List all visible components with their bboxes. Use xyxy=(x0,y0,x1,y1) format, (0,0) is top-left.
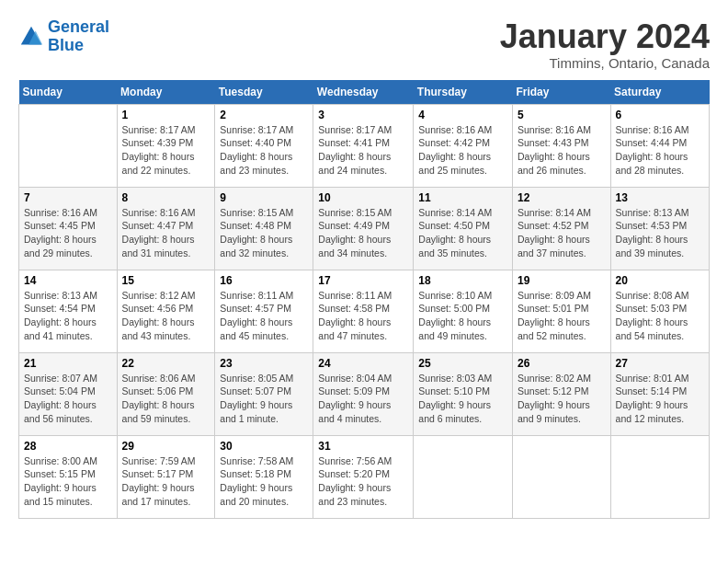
day-info: Sunrise: 8:14 AM Sunset: 4:52 PM Dayligh… xyxy=(518,206,606,260)
day-info: Sunrise: 8:04 AM Sunset: 5:09 PM Dayligh… xyxy=(318,372,408,426)
weekday-header-tuesday: Tuesday xyxy=(215,80,313,105)
title-area: January 2024 Timmins, Ontario, Canada xyxy=(500,18,710,71)
calendar-cell: 21Sunrise: 8:07 AM Sunset: 5:04 PM Dayli… xyxy=(19,352,118,435)
day-number: 21 xyxy=(24,357,112,370)
day-number: 30 xyxy=(220,440,308,453)
day-number: 11 xyxy=(418,191,507,204)
calendar-cell: 16Sunrise: 8:11 AM Sunset: 4:57 PM Dayli… xyxy=(215,270,313,352)
day-info: Sunrise: 8:08 AM Sunset: 5:03 PM Dayligh… xyxy=(616,289,704,343)
calendar-cell: 13Sunrise: 8:13 AM Sunset: 4:53 PM Dayli… xyxy=(610,187,709,270)
day-info: Sunrise: 8:11 AM Sunset: 4:58 PM Dayligh… xyxy=(318,289,408,343)
calendar-title: January 2024 xyxy=(500,18,710,55)
weekday-header-sunday: Sunday xyxy=(19,80,118,105)
calendar-cell: 11Sunrise: 8:14 AM Sunset: 4:50 PM Dayli… xyxy=(414,187,513,270)
day-number: 23 xyxy=(220,357,308,370)
day-number: 28 xyxy=(24,440,112,453)
day-info: Sunrise: 7:58 AM Sunset: 5:18 PM Dayligh… xyxy=(220,454,308,509)
calendar-cell: 8Sunrise: 8:16 AM Sunset: 4:47 PM Daylig… xyxy=(117,187,215,270)
calendar-week-5: 28Sunrise: 8:00 AM Sunset: 5:15 PM Dayli… xyxy=(19,435,710,518)
day-info: Sunrise: 8:14 AM Sunset: 4:50 PM Dayligh… xyxy=(418,206,507,260)
day-info: Sunrise: 8:01 AM Sunset: 5:14 PM Dayligh… xyxy=(616,372,704,426)
weekday-header-friday: Friday xyxy=(512,80,610,105)
day-number: 7 xyxy=(24,191,112,204)
logo: General Blue xyxy=(18,18,109,55)
calendar-cell xyxy=(414,435,513,518)
logo-icon xyxy=(18,24,44,50)
calendar-week-2: 7Sunrise: 8:16 AM Sunset: 4:45 PM Daylig… xyxy=(19,187,710,270)
day-number: 18 xyxy=(418,274,507,287)
calendar-cell: 9Sunrise: 8:15 AM Sunset: 4:48 PM Daylig… xyxy=(215,187,313,270)
logo-text: General Blue xyxy=(48,18,109,55)
day-info: Sunrise: 8:16 AM Sunset: 4:43 PM Dayligh… xyxy=(518,123,606,178)
day-number: 10 xyxy=(318,191,408,204)
day-number: 24 xyxy=(318,357,408,370)
day-number: 3 xyxy=(318,109,408,121)
day-info: Sunrise: 8:17 AM Sunset: 4:41 PM Dayligh… xyxy=(318,123,408,178)
calendar-cell: 29Sunrise: 7:59 AM Sunset: 5:17 PM Dayli… xyxy=(117,435,215,518)
day-info: Sunrise: 8:02 AM Sunset: 5:12 PM Dayligh… xyxy=(518,372,606,426)
day-number: 4 xyxy=(418,109,507,121)
day-number: 15 xyxy=(122,274,210,287)
day-number: 16 xyxy=(220,274,308,287)
day-info: Sunrise: 8:15 AM Sunset: 4:49 PM Dayligh… xyxy=(318,206,408,260)
day-number: 27 xyxy=(616,357,704,370)
calendar-cell: 17Sunrise: 8:11 AM Sunset: 4:58 PM Dayli… xyxy=(313,270,414,352)
day-number: 2 xyxy=(220,109,308,121)
weekday-header-saturday: Saturday xyxy=(610,80,709,105)
calendar-cell xyxy=(512,435,610,518)
day-info: Sunrise: 8:13 AM Sunset: 4:54 PM Dayligh… xyxy=(24,289,112,343)
calendar-cell xyxy=(19,104,118,187)
weekday-header-thursday: Thursday xyxy=(414,80,513,105)
calendar-cell: 27Sunrise: 8:01 AM Sunset: 5:14 PM Dayli… xyxy=(610,352,709,435)
day-info: Sunrise: 8:13 AM Sunset: 4:53 PM Dayligh… xyxy=(616,206,704,260)
day-number: 9 xyxy=(220,191,308,204)
day-info: Sunrise: 8:16 AM Sunset: 4:42 PM Dayligh… xyxy=(418,123,507,178)
calendar-cell: 6Sunrise: 8:16 AM Sunset: 4:44 PM Daylig… xyxy=(610,104,709,187)
day-info: Sunrise: 8:16 AM Sunset: 4:47 PM Dayligh… xyxy=(122,206,210,260)
calendar-cell: 3Sunrise: 8:17 AM Sunset: 4:41 PM Daylig… xyxy=(313,104,414,187)
calendar-week-4: 21Sunrise: 8:07 AM Sunset: 5:04 PM Dayli… xyxy=(19,352,710,435)
calendar-cell: 28Sunrise: 8:00 AM Sunset: 5:15 PM Dayli… xyxy=(19,435,118,518)
calendar-cell: 2Sunrise: 8:17 AM Sunset: 4:40 PM Daylig… xyxy=(215,104,313,187)
calendar-table: SundayMondayTuesdayWednesdayThursdayFrid… xyxy=(18,80,710,519)
calendar-cell: 1Sunrise: 8:17 AM Sunset: 4:39 PM Daylig… xyxy=(117,104,215,187)
calendar-cell: 7Sunrise: 8:16 AM Sunset: 4:45 PM Daylig… xyxy=(19,187,118,270)
calendar-cell xyxy=(610,435,709,518)
calendar-cell: 15Sunrise: 8:12 AM Sunset: 4:56 PM Dayli… xyxy=(117,270,215,352)
day-info: Sunrise: 8:10 AM Sunset: 5:00 PM Dayligh… xyxy=(418,289,507,343)
calendar-cell: 31Sunrise: 7:56 AM Sunset: 5:20 PM Dayli… xyxy=(313,435,414,518)
day-info: Sunrise: 8:16 AM Sunset: 4:44 PM Dayligh… xyxy=(616,123,704,178)
weekday-header-wednesday: Wednesday xyxy=(313,80,414,105)
day-number: 6 xyxy=(616,109,704,121)
calendar-cell: 24Sunrise: 8:04 AM Sunset: 5:09 PM Dayli… xyxy=(313,352,414,435)
day-number: 17 xyxy=(318,274,408,287)
weekday-header-monday: Monday xyxy=(117,80,215,105)
calendar-cell: 10Sunrise: 8:15 AM Sunset: 4:49 PM Dayli… xyxy=(313,187,414,270)
day-info: Sunrise: 8:06 AM Sunset: 5:06 PM Dayligh… xyxy=(122,372,210,426)
day-number: 29 xyxy=(122,440,210,453)
calendar-cell: 19Sunrise: 8:09 AM Sunset: 5:01 PM Dayli… xyxy=(512,270,610,352)
day-number: 5 xyxy=(518,109,606,121)
day-info: Sunrise: 8:17 AM Sunset: 4:40 PM Dayligh… xyxy=(220,123,308,178)
day-number: 1 xyxy=(122,109,210,121)
calendar-cell: 22Sunrise: 8:06 AM Sunset: 5:06 PM Dayli… xyxy=(117,352,215,435)
calendar-cell: 23Sunrise: 8:05 AM Sunset: 5:07 PM Dayli… xyxy=(215,352,313,435)
day-info: Sunrise: 8:15 AM Sunset: 4:48 PM Dayligh… xyxy=(220,206,308,260)
day-info: Sunrise: 8:09 AM Sunset: 5:01 PM Dayligh… xyxy=(518,289,606,343)
calendar-cell: 14Sunrise: 8:13 AM Sunset: 4:54 PM Dayli… xyxy=(19,270,118,352)
calendar-subtitle: Timmins, Ontario, Canada xyxy=(500,55,710,71)
day-number: 12 xyxy=(518,191,606,204)
day-number: 19 xyxy=(518,274,606,287)
day-info: Sunrise: 8:11 AM Sunset: 4:57 PM Dayligh… xyxy=(220,289,308,343)
calendar-cell: 25Sunrise: 8:03 AM Sunset: 5:10 PM Dayli… xyxy=(414,352,513,435)
day-info: Sunrise: 8:05 AM Sunset: 5:07 PM Dayligh… xyxy=(220,372,308,426)
day-info: Sunrise: 8:03 AM Sunset: 5:10 PM Dayligh… xyxy=(418,372,507,426)
day-info: Sunrise: 8:12 AM Sunset: 4:56 PM Dayligh… xyxy=(122,289,210,343)
day-info: Sunrise: 8:16 AM Sunset: 4:45 PM Dayligh… xyxy=(24,206,112,260)
day-number: 26 xyxy=(518,357,606,370)
calendar-cell: 30Sunrise: 7:58 AM Sunset: 5:18 PM Dayli… xyxy=(215,435,313,518)
calendar-week-3: 14Sunrise: 8:13 AM Sunset: 4:54 PM Dayli… xyxy=(19,270,710,352)
day-number: 14 xyxy=(24,274,112,287)
calendar-cell: 5Sunrise: 8:16 AM Sunset: 4:43 PM Daylig… xyxy=(512,104,610,187)
day-number: 31 xyxy=(318,440,408,453)
